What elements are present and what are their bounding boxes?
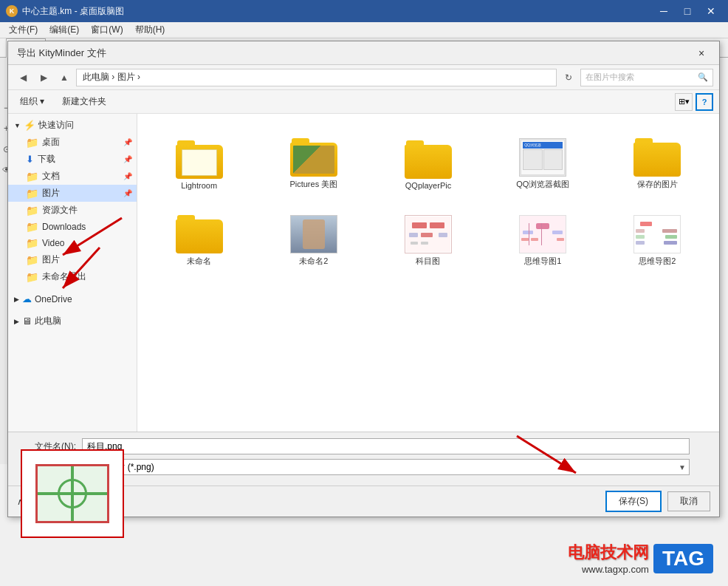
- folder-icon-5: 📁: [26, 221, 38, 233]
- dialog-title-bar: 导出 KityMinder 文件 ×: [8, 41, 719, 65]
- file-item-unnamed2[interactable]: 未命名2: [258, 197, 369, 270]
- address-path: 此电脑 › 图片 ›: [76, 69, 557, 86]
- folder-pictures-icon: [290, 138, 337, 177]
- sidebar-item-documents[interactable]: 📁 文档 📌: [8, 168, 137, 185]
- file-name-unnamed: 未命名: [187, 256, 211, 267]
- quick-access-header[interactable]: ▼ ⚡ 快速访问: [8, 117, 137, 134]
- file-grid: Lightroom Pictures 美图: [137, 114, 719, 432]
- file-item-pictures[interactable]: Pictures 美图: [258, 120, 369, 194]
- folder-icon: 📁: [26, 137, 38, 149]
- folder-icon-2: 📁: [26, 171, 38, 183]
- refresh-button[interactable]: ↻: [560, 69, 577, 86]
- sidebar-item-downloads-folder-label: Downloads: [42, 222, 86, 232]
- menu-help[interactable]: 帮助(H): [129, 22, 171, 38]
- watermark-url-text: www.tagxp.com: [582, 564, 649, 575]
- file-item-lightroom[interactable]: Lightroom: [143, 120, 255, 194]
- onedrive-label: OneDrive: [35, 294, 72, 304]
- close-app-button[interactable]: ✕: [700, 0, 722, 22]
- maximize-button[interactable]: □: [676, 0, 698, 22]
- chevron-down-icon: ▼: [14, 122, 21, 129]
- pin-icon-2: 📌: [123, 155, 132, 163]
- thumb-diagram: [405, 215, 452, 253]
- folder-body-3: [405, 145, 452, 179]
- file-name-saved: 保存的图片: [637, 179, 678, 190]
- folder-paper: [182, 149, 217, 176]
- thumb-mindmap1: [519, 215, 566, 253]
- file-item-mindmap1[interactable]: 思维导图1: [487, 197, 599, 270]
- file-item-unnamed[interactable]: 未命名: [143, 197, 255, 270]
- pc-icon: 🖥: [22, 316, 32, 327]
- quick-access-section: ▼ ⚡ 快速访问 📁 桌面 📌 ⬇ 下载 📌: [8, 114, 137, 288]
- pc-section: ▶ 🖥 此电脑: [8, 310, 137, 333]
- folder-saved-icon: [633, 138, 681, 177]
- sidebar-item-unnamed-export[interactable]: 📁 未命名导出: [8, 268, 137, 285]
- pc-label: 此电脑: [35, 315, 61, 327]
- menu-edit[interactable]: 编辑(E): [44, 22, 85, 38]
- thumb-person: [290, 215, 337, 253]
- search-icon: 🔍: [698, 72, 708, 82]
- quick-access-label: 快速访问: [38, 119, 74, 132]
- new-folder-button[interactable]: 新建文件夹: [56, 93, 112, 110]
- file-name-mindmap2: 思维导图2: [639, 256, 676, 267]
- folder-body-2: [290, 143, 337, 177]
- dialog-title-text: 导出 KityMinder 文件: [17, 47, 693, 60]
- sidebar-item-desktop-label: 桌面: [42, 136, 60, 149]
- menu-file[interactable]: 文件(F): [3, 22, 44, 38]
- app-icon: K: [6, 5, 18, 17]
- pin-icon-4: 📌: [123, 189, 132, 197]
- folder-body-5: [176, 219, 223, 253]
- file-item-mindmap2[interactable]: 思维导图2: [602, 197, 713, 270]
- watermark-tag: TAG: [653, 544, 713, 573]
- title-bar-controls: ─ □ ✕: [653, 0, 722, 22]
- folder-body: [176, 145, 223, 179]
- organize-button[interactable]: 组织 ▾: [14, 93, 50, 110]
- folder-icon-7: 📁: [26, 254, 38, 266]
- onedrive-section: ▶ ☁ OneDrive: [8, 288, 137, 310]
- folder-qqplayer-icon: [405, 140, 452, 179]
- filetype-select[interactable]: PNG 图片 (*.png) ▼: [82, 459, 690, 475]
- nav-forward-button[interactable]: ▶: [35, 69, 52, 86]
- menu-window[interactable]: 窗口(W): [85, 22, 128, 38]
- save-button[interactable]: 保存(S): [605, 491, 662, 512]
- title-bar-text: 中心主题.km - 桌面版脑图: [22, 5, 653, 18]
- mini-preview: [21, 449, 124, 538]
- folder-icon-4: 📁: [26, 205, 38, 217]
- file-item-qqplayer[interactable]: QQplayerPic: [372, 120, 484, 194]
- folder-icon-3: 📁: [26, 188, 38, 200]
- sidebar-item-pictures[interactable]: 📁 图片 📌: [8, 185, 137, 202]
- view-icon-button[interactable]: ⊞▾: [675, 93, 693, 111]
- sidebar-item-downloads-folder[interactable]: 📁 Downloads: [8, 219, 137, 235]
- folder-body-4: [633, 143, 681, 177]
- dialog-toolbar: 组织 ▾ 新建文件夹 ⊞▾ ?: [8, 90, 719, 114]
- folder-icon-8: 📁: [26, 271, 38, 283]
- file-name-qqplayer: QQplayerPic: [405, 181, 451, 190]
- pc-header[interactable]: ▶ 🖥 此电脑: [8, 313, 137, 330]
- help-button[interactable]: ?: [696, 93, 713, 111]
- cloud-icon: ☁: [22, 293, 32, 304]
- file-name-qqbrowser: QQ浏览器截图: [516, 179, 569, 190]
- nav-back-button[interactable]: ◀: [14, 69, 32, 86]
- file-item-qqbrowser[interactable]: QQ浏览器 QQ浏览器截图: [487, 120, 599, 194]
- toolbar-right: ⊞▾ ?: [675, 93, 713, 111]
- watermark: 电脑技术网 www.tagxp.com TAG: [568, 542, 713, 575]
- sidebar-item-downloads[interactable]: ⬇ 下载 📌: [8, 151, 137, 168]
- sidebar-item-desktop[interactable]: 📁 桌面 📌: [8, 134, 137, 151]
- file-item-saved[interactable]: 保存的图片: [602, 120, 713, 194]
- folder-lightroom-icon: [176, 140, 223, 179]
- onedrive-header[interactable]: ▶ ☁ OneDrive: [8, 291, 137, 307]
- dialog-close-button[interactable]: ×: [693, 44, 710, 62]
- sidebar-item-pictures-label: 图片: [42, 187, 60, 200]
- file-item-diagram[interactable]: 科目图: [372, 197, 484, 270]
- nav-up-button[interactable]: ▲: [55, 69, 73, 86]
- sidebar: ▼ ⚡ 快速访问 📁 桌面 📌 ⬇ 下载 📌: [8, 114, 137, 432]
- cancel-button[interactable]: 取消: [667, 491, 710, 511]
- sidebar-item-resources[interactable]: 📁 资源文件: [8, 202, 137, 219]
- filename-input[interactable]: [82, 438, 690, 454]
- search-box: 在图片中搜索 🔍: [580, 69, 713, 86]
- watermark-main-text: 电脑技术网: [568, 542, 649, 564]
- file-name-unnamed2: 未命名2: [299, 256, 328, 267]
- sidebar-item-video[interactable]: 📁 Video: [8, 235, 137, 251]
- dropdown-arrow-icon: ▼: [679, 463, 686, 471]
- sidebar-item-pictures2[interactable]: 📁 图片: [8, 251, 137, 268]
- minimize-button[interactable]: ─: [653, 0, 675, 22]
